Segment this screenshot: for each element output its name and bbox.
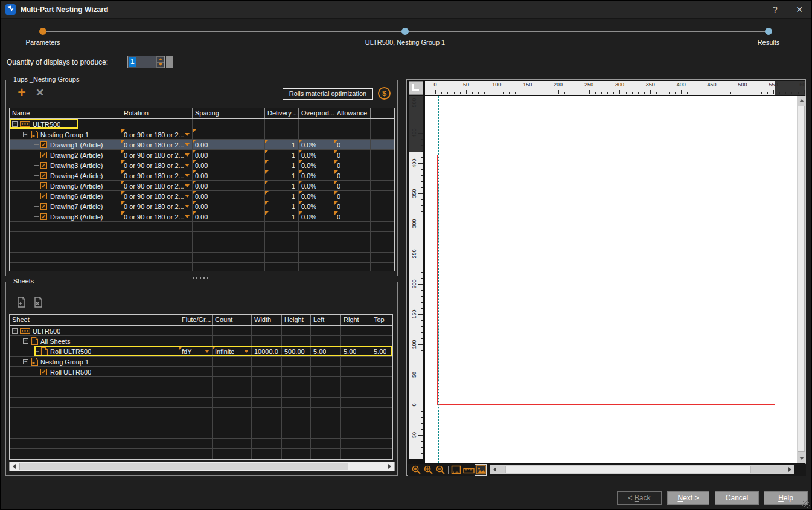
wizard-step-dot-results[interactable] <box>765 28 772 35</box>
dropdown-arrow-icon[interactable] <box>185 143 190 146</box>
count-cell[interactable] <box>213 367 252 376</box>
row-checkbox-icon[interactable]: ✓ <box>40 182 47 189</box>
wizard-step-dot-nesting-group[interactable] <box>401 28 409 35</box>
table-row[interactable]: ✓Drawing4 (Article)0 or 90 or 180 or 2..… <box>10 170 394 181</box>
ruler-corner-box[interactable] <box>409 81 423 95</box>
tree-expander-icon[interactable]: − <box>12 328 18 334</box>
viewport-vertical-scrollbar[interactable] <box>797 96 806 463</box>
scroll-up-icon[interactable] <box>797 96 806 105</box>
table-row[interactable]: −Nesting Group 10 or 90 or 180 or 2... <box>10 129 394 140</box>
dropdown-arrow-icon[interactable] <box>185 205 190 208</box>
wizard-step-dot-parameters[interactable] <box>39 28 46 35</box>
table-row[interactable]: −ULTR500 <box>10 119 394 129</box>
row-checkbox-icon[interactable]: ✓ <box>40 162 47 169</box>
scroll-right-icon[interactable] <box>385 462 394 471</box>
count-cell[interactable]: Infinite <box>213 346 252 356</box>
scroll-right-icon[interactable] <box>785 465 794 474</box>
zoom-out-icon[interactable] <box>434 464 446 476</box>
scrollbar-thumb[interactable] <box>19 463 348 470</box>
column-header[interactable]: Left <box>311 315 341 325</box>
tree-expander-icon[interactable]: − <box>23 359 28 364</box>
rotation-cell[interactable]: 0 or 90 or 180 or 2... <box>121 211 193 221</box>
tree-expander-icon[interactable]: − <box>12 121 18 127</box>
table-row[interactable]: ✓Drawing3 (Article)0 or 90 or 180 or 2..… <box>10 160 394 170</box>
row-checkbox-icon[interactable]: ✓ <box>40 369 47 375</box>
flute-cell[interactable] <box>179 367 213 376</box>
quantity-step-up-icon[interactable] <box>156 56 164 62</box>
rotation-cell[interactable]: 0 or 90 or 180 or 2... <box>121 170 193 180</box>
column-header[interactable]: Right <box>341 315 371 325</box>
next-button[interactable]: Next > <box>667 491 709 505</box>
rotation-cell[interactable]: 0 or 90 or 180 or 2... <box>121 191 193 201</box>
scroll-down-icon[interactable] <box>797 454 806 463</box>
column-header[interactable]: Rotation <box>121 108 193 118</box>
cost-dollar-icon[interactable]: $ <box>378 87 391 100</box>
rotation-cell[interactable]: 0 or 90 or 180 or 2... <box>121 150 193 160</box>
row-checkbox-icon[interactable]: ✓ <box>40 172 47 179</box>
table-row[interactable]: ✓Drawing6 (Article)0 or 90 or 180 or 2..… <box>10 191 394 201</box>
cancel-button[interactable]: Cancel <box>715 491 759 505</box>
row-checkbox-icon[interactable]: ✓ <box>40 152 47 158</box>
row-checkbox-icon[interactable]: ✓ <box>40 213 47 220</box>
column-header[interactable]: Delivery ... <box>265 108 299 118</box>
rolls-material-optimization-button[interactable]: Rolls material optimization <box>283 88 373 100</box>
zoom-dynamic-icon[interactable] <box>422 464 434 476</box>
back-button[interactable]: < Back <box>617 491 662 505</box>
delete-sheet-button[interactable] <box>31 295 45 309</box>
tree-expander-icon[interactable]: − <box>23 338 28 344</box>
tree-expander-icon[interactable]: − <box>23 132 28 137</box>
scroll-left-icon[interactable] <box>10 462 19 471</box>
table-row[interactable]: −Nesting Group 1 <box>10 357 392 367</box>
column-header[interactable]: Height <box>282 315 311 325</box>
scrollbar-thumb[interactable] <box>798 106 805 452</box>
dropdown-arrow-icon[interactable] <box>185 174 190 177</box>
count-cell[interactable] <box>213 357 252 366</box>
table-row[interactable]: ✓Drawing1 (Article)0 or 90 or 180 or 2..… <box>10 140 394 150</box>
row-checkbox-icon[interactable]: ✓ <box>40 203 47 210</box>
zoom-in-icon[interactable] <box>410 464 422 476</box>
help-button[interactable]: ? <box>763 1 787 19</box>
quantity-step-down-icon[interactable] <box>156 62 164 68</box>
rotation-cell[interactable] <box>121 119 193 129</box>
sheets-horizontal-scrollbar[interactable] <box>9 462 395 471</box>
scroll-left-icon[interactable] <box>490 465 499 474</box>
dropdown-arrow-icon[interactable] <box>185 133 190 136</box>
ruler-icon[interactable] <box>462 464 475 476</box>
dropdown-arrow-icon[interactable] <box>185 195 190 198</box>
column-header[interactable]: Top <box>371 315 392 325</box>
column-header[interactable]: Width <box>252 315 282 325</box>
flute-cell[interactable] <box>179 326 213 335</box>
column-header[interactable]: Sheet <box>10 315 179 325</box>
scrollbar-thumb[interactable] <box>505 466 751 473</box>
dropdown-arrow-icon[interactable] <box>244 350 249 353</box>
table-row[interactable]: ✓Roll ULTR500 <box>10 367 392 377</box>
delete-nesting-group-button[interactable]: ✕ <box>33 86 47 100</box>
close-button[interactable]: ✕ <box>787 1 811 19</box>
table-row[interactable]: ✓Drawing8 (Article)0 or 90 or 180 or 2..… <box>10 211 394 222</box>
add-nesting-group-button[interactable]: + <box>14 86 29 100</box>
dropdown-arrow-icon[interactable] <box>185 164 190 167</box>
sheet-size-icon[interactable] <box>450 464 462 476</box>
preview-icon[interactable] <box>475 464 487 476</box>
sheet-canvas[interactable] <box>425 96 797 463</box>
flute-cell[interactable] <box>179 336 213 346</box>
dropdown-arrow-icon[interactable] <box>185 153 190 157</box>
row-checkbox-icon[interactable]: ✓ <box>40 141 47 148</box>
rotation-cell[interactable]: 0 or 90 or 180 or 2... <box>121 181 193 190</box>
rotation-cell[interactable]: 0 or 90 or 180 or 2... <box>121 160 193 170</box>
dropdown-arrow-icon[interactable] <box>185 184 190 187</box>
column-header[interactable]: Overprod... <box>299 108 334 118</box>
table-row[interactable]: ✓Drawing7 (Article)0 or 90 or 180 or 2..… <box>10 201 394 211</box>
table-row[interactable]: ✓Drawing5 (Article)0 or 90 or 180 or 2..… <box>10 181 394 191</box>
window-resize-grip[interactable] <box>802 500 810 508</box>
count-cell[interactable] <box>213 336 252 346</box>
rotation-cell[interactable]: 0 or 90 or 180 or 2... <box>121 140 193 149</box>
column-header[interactable]: Name <box>10 108 121 118</box>
row-checkbox-icon[interactable]: ✓ <box>40 193 47 199</box>
dropdown-arrow-icon[interactable] <box>205 350 209 353</box>
column-header[interactable]: Flute/Gr... <box>179 315 213 325</box>
column-header[interactable]: Spacing <box>193 108 265 118</box>
rotation-cell[interactable]: 0 or 90 or 180 or 2... <box>121 129 193 139</box>
flute-cell[interactable]: fdY <box>179 346 213 356</box>
panel-splitter-handle[interactable] <box>191 277 208 279</box>
